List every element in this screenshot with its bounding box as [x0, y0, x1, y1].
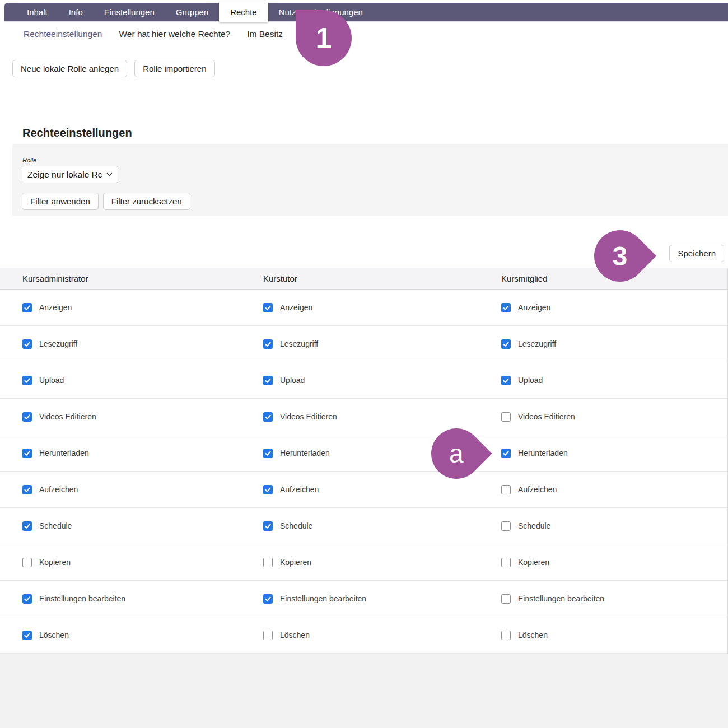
- permission-label: Löschen: [39, 631, 69, 640]
- permission-checkbox[interactable]: [22, 412, 32, 422]
- table-row: Einstellungen bearbeitenEinstellungen be…: [0, 581, 727, 617]
- permission-checkbox[interactable]: [501, 303, 511, 312]
- course-tab-bar: InhaltInfoEinstellungenGruppenRechteNutz…: [4, 3, 728, 21]
- permission-label: Videos Editieren: [280, 412, 337, 421]
- permission-cell: Schedule: [22, 521, 263, 531]
- permission-label: Herunterladen: [39, 449, 89, 458]
- permission-checkbox[interactable]: [263, 376, 273, 385]
- save-button[interactable]: Speichern: [669, 245, 724, 262]
- table-row: ScheduleScheduleSchedule: [0, 508, 727, 544]
- permission-label: Löschen: [280, 631, 310, 640]
- permission-checkbox[interactable]: [263, 412, 273, 422]
- permission-checkbox[interactable]: [263, 631, 273, 640]
- permission-checkbox[interactable]: [22, 339, 32, 349]
- permission-checkbox[interactable]: [501, 412, 511, 422]
- filter-buttons: Filter anwenden Filter zurücksetzen: [22, 193, 190, 210]
- apply-filter-button[interactable]: Filter anwenden: [22, 193, 99, 210]
- permission-checkbox[interactable]: [501, 485, 511, 494]
- table-row: LesezugriffLesezugriffLesezugriff: [0, 326, 727, 362]
- import-role-button[interactable]: Rolle importieren: [134, 60, 214, 77]
- permission-label: Einstellungen bearbeiten: [39, 594, 125, 603]
- new-local-role-button[interactable]: Neue lokale Rolle anlegen: [12, 60, 127, 77]
- permission-label: Aufzeichen: [518, 485, 557, 494]
- permission-checkbox[interactable]: [501, 339, 511, 349]
- permission-cell: Herunterladen: [22, 449, 263, 458]
- table-row: LöschenLöschenLöschen: [0, 617, 727, 654]
- permission-checkbox[interactable]: [501, 631, 511, 640]
- permission-cell: Schedule: [501, 521, 727, 531]
- footer-area: [0, 654, 728, 728]
- permission-label: Lesezugriff: [39, 339, 77, 348]
- permission-cell: Löschen: [22, 631, 263, 640]
- permission-cell: Aufzeichen: [263, 485, 501, 494]
- permission-checkbox[interactable]: [22, 485, 32, 494]
- permission-checkbox[interactable]: [22, 631, 32, 640]
- permission-cell: Anzeigen: [501, 303, 727, 312]
- nav-tab[interactable]: Rechte: [219, 1, 268, 22]
- role-actions: Neue lokale Rolle anlegen Rolle importie…: [12, 60, 215, 77]
- permission-label: Aufzeichen: [280, 485, 319, 494]
- permissions-table: KursadministratorKurstutorKursmitglied A…: [0, 268, 728, 654]
- permission-cell: Upload: [22, 376, 263, 385]
- permission-checkbox[interactable]: [501, 558, 511, 567]
- permission-checkbox[interactable]: [501, 594, 511, 604]
- nav-tab[interactable]: Inhalt: [16, 3, 58, 21]
- permission-cell: Lesezugriff: [22, 339, 263, 349]
- subnav-item[interactable]: Im Besitz: [247, 29, 283, 39]
- annotation-1-label: 1: [316, 21, 332, 55]
- nav-tab[interactable]: Einstellungen: [94, 3, 165, 21]
- permission-cell: Lesezugriff: [263, 339, 501, 349]
- permission-label: Herunterladen: [518, 449, 568, 458]
- subnav-item[interactable]: Wer hat hier welche Rechte?: [119, 29, 230, 39]
- permission-checkbox[interactable]: [22, 449, 32, 458]
- permission-label: Kopieren: [39, 558, 71, 567]
- permission-checkbox[interactable]: [22, 376, 32, 385]
- annotation-marker-1: 1: [296, 10, 352, 66]
- permission-checkbox[interactable]: [22, 521, 32, 531]
- table-row: UploadUploadUpload: [0, 362, 727, 399]
- permission-label: Kopieren: [518, 558, 549, 567]
- permission-label: Schedule: [39, 521, 72, 530]
- permission-cell: Löschen: [263, 631, 501, 640]
- subnav-item[interactable]: Rechteeinstellungen: [24, 29, 102, 39]
- permission-cell: Aufzeichen: [22, 485, 263, 494]
- table-row: AnzeigenAnzeigenAnzeigen: [0, 290, 727, 326]
- permission-label: Upload: [518, 376, 543, 385]
- table-row: Videos EditierenVideos EditierenVideos E…: [0, 399, 727, 435]
- permission-cell: Einstellungen bearbeiten: [22, 594, 263, 604]
- permission-checkbox[interactable]: [263, 339, 273, 349]
- permission-checkbox[interactable]: [263, 303, 273, 312]
- nav-tab[interactable]: Info: [58, 3, 94, 21]
- permission-checkbox[interactable]: [501, 376, 511, 385]
- permission-checkbox[interactable]: [263, 594, 273, 604]
- rights-subnav: RechteeinstellungenWer hat hier welche R…: [24, 29, 283, 39]
- permission-checkbox[interactable]: [22, 594, 32, 604]
- permission-label: Schedule: [518, 521, 550, 530]
- permission-checkbox[interactable]: [22, 558, 32, 567]
- permission-checkbox[interactable]: [263, 485, 273, 494]
- nav-tab[interactable]: Gruppen: [165, 3, 219, 21]
- permission-label: Videos Editieren: [518, 412, 575, 421]
- role-select[interactable]: Zeige nur lokale Rc: [22, 166, 118, 183]
- permission-cell: Kopieren: [501, 558, 727, 567]
- permission-checkbox[interactable]: [501, 449, 511, 458]
- permission-checkbox[interactable]: [22, 303, 32, 312]
- table-row: HerunterladenHerunterladenHerunterladen: [0, 435, 727, 472]
- permission-label: Anzeigen: [280, 303, 312, 312]
- permission-label: Einstellungen bearbeiten: [518, 594, 604, 603]
- reset-filter-button[interactable]: Filter zurücksetzen: [103, 193, 190, 210]
- permission-cell: Einstellungen bearbeiten: [263, 594, 501, 604]
- permission-cell: Lesezugriff: [501, 339, 727, 349]
- permission-cell: Upload: [501, 376, 727, 385]
- permission-cell: Videos Editieren: [501, 412, 727, 422]
- annotation-a-label: a: [449, 438, 464, 469]
- permission-checkbox[interactable]: [501, 521, 511, 531]
- role-filter-label: Rolle: [22, 157, 36, 164]
- permission-checkbox[interactable]: [263, 449, 273, 458]
- permission-checkbox[interactable]: [263, 558, 273, 567]
- permission-label: Videos Editieren: [39, 412, 96, 421]
- permission-checkbox[interactable]: [263, 521, 273, 531]
- table-row: AufzeichenAufzeichenAufzeichen: [0, 472, 727, 508]
- permission-cell: Videos Editieren: [263, 412, 501, 422]
- permission-label: Anzeigen: [39, 303, 72, 312]
